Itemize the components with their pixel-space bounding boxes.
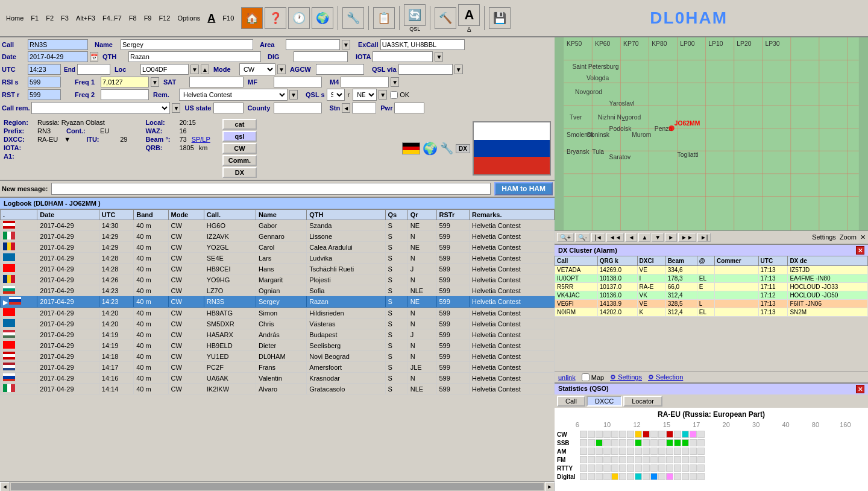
ok-checkbox[interactable]	[390, 91, 398, 99]
dx-settings[interactable]: ⚙ Settings	[610, 373, 642, 381]
comm-button[interactable]: Comm.	[222, 155, 257, 166]
mf-input[interactable]	[274, 77, 322, 87]
map-nav-left[interactable]: ◄	[625, 233, 637, 242]
table-row[interactable]: 2017-04-29 14:16 40 m CW UA6AK Valentin …	[1, 373, 555, 384]
call-input[interactable]	[28, 39, 88, 50]
col-name[interactable]: Name	[256, 210, 306, 220]
table-row[interactable]: 2017-04-29 14:14 40 m CW IK2IKW Alvaro G…	[1, 384, 555, 394]
table-row[interactable]: 2017-04-29 14:28 40 m CW HB9CEI Hans Tsc…	[1, 264, 555, 274]
save-button[interactable]: 💾	[489, 7, 511, 29]
freq1-arrow[interactable]: ▼	[151, 77, 159, 87]
iota-arrow[interactable]: ▼	[435, 52, 443, 62]
freq1-input[interactable]	[101, 77, 149, 87]
table-row[interactable]: 2017-04-29 14:19 40 m CW HA5ARX András B…	[1, 329, 555, 340]
dx-row[interactable]: VE7ADA 14269.0 VE 334,6 17:13 IZ5TJD	[555, 266, 868, 274]
home-button[interactable]: 🏠	[241, 7, 263, 29]
log-button[interactable]: 📋	[373, 7, 395, 29]
menu-a[interactable]: A	[207, 12, 215, 25]
dx-unlink[interactable]: unlink	[558, 374, 576, 381]
dx-row[interactable]: VK4JAC 10136.0 VK 312,4 17:12 HOCLOUD -J…	[555, 291, 868, 300]
date-arrow[interactable]: 📅	[90, 52, 98, 62]
table-row[interactable]: 2017-04-29 14:17 40 m CW PC2F Frans Amer…	[1, 362, 555, 373]
qsl-button[interactable]: qsl	[222, 131, 257, 142]
mode-arrow[interactable]: ▼	[277, 65, 286, 74]
map-nav-next[interactable]: ►►	[678, 233, 696, 242]
dx-row[interactable]: VE6FI 14138.9 VE 328,5 L 17:13 F6IIT -JN…	[555, 300, 868, 308]
qslvia-arrow[interactable]: ▼	[454, 65, 463, 74]
refresh-button[interactable]: 🔄 QSL	[404, 4, 426, 32]
dx-row[interactable]: IU0OPT 10138.0 I 178,3 EL 17:13 EA4FME -…	[555, 274, 868, 283]
col-date[interactable]: Date	[37, 210, 99, 220]
tab-locator[interactable]: Locator	[623, 396, 662, 407]
rem-arrow[interactable]: ▼	[289, 90, 298, 100]
loc-input[interactable]	[140, 64, 189, 75]
map-zoom-label[interactable]: Zoom	[840, 233, 857, 241]
table-row[interactable]: 2017-04-29 14:19 40 m CW HB9ELD Dieter S…	[1, 340, 555, 351]
col-utc[interactable]: UTC	[99, 210, 133, 220]
stn-arrow-left[interactable]: ◄	[342, 103, 350, 113]
map-nav-end[interactable]: ►|	[697, 233, 711, 242]
name-input[interactable]	[121, 39, 253, 50]
ne-select[interactable]: NE	[353, 89, 377, 101]
rsis-input[interactable]	[28, 77, 61, 87]
utc-input[interactable]	[28, 64, 61, 75]
clock-button[interactable]: 🕐	[288, 7, 310, 29]
agcw-input[interactable]	[316, 64, 364, 75]
map-zoom-out[interactable]: 🔍-	[575, 233, 590, 242]
m4-arrow[interactable]: ▼	[391, 77, 399, 87]
map-zoom-in[interactable]: 🔍+	[557, 233, 574, 242]
dx-table-wrap[interactable]: Call QRG k DXCl Beam @ Commer UTC DX de	[555, 256, 868, 372]
sat-input[interactable]	[189, 77, 244, 87]
table-row[interactable]: 2017-04-29 14:29 40 m CW IZ2AVK Gennaro …	[1, 231, 555, 242]
scroll-track[interactable]	[11, 483, 544, 490]
area-input[interactable]	[286, 39, 340, 50]
logbook-scrollbar[interactable]: ◄ ►	[0, 481, 555, 491]
m4-input[interactable]	[341, 77, 389, 87]
callrem-arrow[interactable]: ▼	[172, 103, 180, 113]
area-arrow[interactable]: ▼	[342, 40, 350, 49]
col-remarks[interactable]: Remarks.	[469, 210, 554, 220]
dx-close[interactable]: ✕	[856, 246, 864, 255]
tab-call[interactable]: Call	[557, 396, 585, 407]
menu-f2[interactable]: F2	[46, 14, 54, 22]
stats-close[interactable]: ✕	[856, 385, 864, 393]
ham-to-ham-button[interactable]: HAM to HAM	[494, 182, 553, 195]
map-settings-label[interactable]: Settings	[812, 233, 836, 241]
table-row[interactable]: 2017-04-29 14:30 40 m CW HG6O Gabor Szan…	[1, 220, 555, 231]
table-row[interactable]: 2017-04-29 14:20 40 m CW HB9ATG Simon Hi…	[1, 308, 555, 318]
dig-input[interactable]	[294, 51, 348, 62]
county-input[interactable]	[274, 103, 322, 113]
message-input[interactable]	[51, 183, 491, 195]
end-input[interactable]	[77, 64, 110, 75]
table-row[interactable]: 2017-04-29 14:26 40 m CW YO9HG Margarit …	[1, 274, 555, 285]
menu-f8[interactable]: F8	[129, 14, 137, 22]
dx-button[interactable]: DX	[222, 167, 257, 178]
col-rstr[interactable]: RSTr	[436, 210, 469, 220]
table-row[interactable]: 2017-04-29 14:28 40 m CW SE4E Lars Ludvi…	[1, 253, 555, 264]
map-nav-prev[interactable]: ◄◄	[606, 233, 624, 242]
map-close[interactable]: ✕	[860, 233, 866, 241]
map-nav-up[interactable]: ▲	[638, 233, 650, 242]
scroll-right[interactable]: ►	[545, 482, 555, 492]
col-qth[interactable]: QTH	[307, 210, 385, 220]
tools-button[interactable]: 🔧	[342, 7, 364, 29]
menu-f10[interactable]: F10	[222, 14, 234, 22]
menu-f1[interactable]: F1	[31, 14, 39, 22]
col-qr[interactable]: Qr	[407, 210, 436, 220]
qsls-select[interactable]: S	[327, 89, 345, 101]
dx-row[interactable]: R5RR 10137.0 RA-E 66,0 E 17:11 HOCLOUD -…	[555, 283, 868, 291]
rstr-input[interactable]	[28, 89, 61, 100]
map-nav-start[interactable]: |◄	[591, 233, 605, 242]
table-row[interactable]: 2017-04-29 14:18 40 m CW YU1ED DL0HAM No…	[1, 351, 555, 362]
sp-lp[interactable]: SP/LP	[192, 136, 210, 143]
dx-row[interactable]: N0IRM 14202.0 K 312,4 EL 17:13 SN2M	[555, 308, 868, 317]
usstate-input[interactable]	[213, 103, 244, 113]
excall-input[interactable]	[380, 39, 465, 50]
loc-arrow-down[interactable]: ▼	[190, 65, 199, 74]
qth-input[interactable]	[128, 51, 261, 62]
map-nav-down[interactable]: ▼	[652, 233, 664, 242]
loc-arrow-up[interactable]: ▲	[201, 65, 209, 74]
ne-arrow[interactable]: ▼	[379, 90, 387, 100]
table-row[interactable]: 2017-04-29 14:29 40 m CW YO2GL Carol Cal…	[1, 242, 555, 253]
map-nav-right[interactable]: ►	[665, 233, 677, 242]
